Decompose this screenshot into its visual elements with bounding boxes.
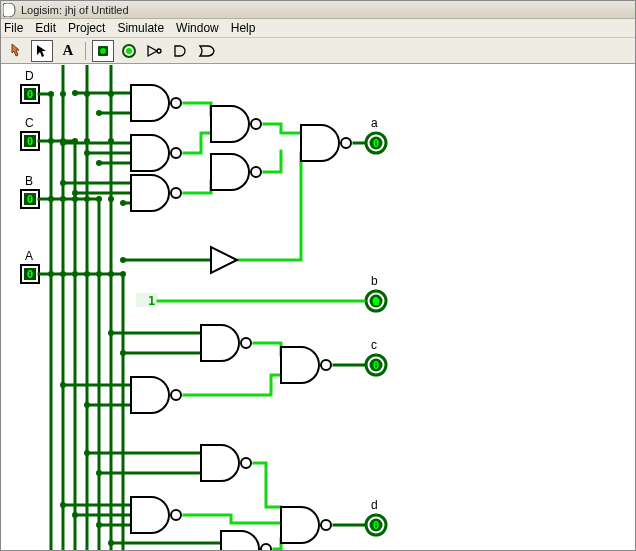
svg-text:0: 0	[27, 88, 34, 101]
svg-point-80	[241, 338, 251, 348]
svg-point-90	[241, 458, 251, 468]
svg-point-84	[96, 470, 102, 476]
nand-gate	[201, 445, 251, 481]
svg-point-61	[96, 110, 102, 116]
svg-text:0: 0	[373, 519, 380, 532]
menu-project[interactable]: Project	[68, 21, 105, 35]
svg-point-59	[108, 196, 114, 202]
svg-text:B: B	[25, 174, 33, 188]
svg-point-76	[108, 330, 114, 336]
nand-gate	[201, 325, 251, 361]
not-gate-tool[interactable]	[144, 40, 166, 62]
menu-edit[interactable]: Edit	[35, 21, 56, 35]
nand-gate	[281, 507, 331, 543]
menu-file[interactable]: File	[4, 21, 23, 35]
svg-text:0: 0	[373, 359, 380, 372]
poke-tool[interactable]	[5, 40, 27, 62]
svg-point-56	[96, 271, 102, 277]
svg-text:1: 1	[373, 295, 380, 308]
svg-text:D: D	[25, 69, 34, 83]
svg-point-4	[157, 49, 161, 53]
svg-text:0: 0	[27, 268, 34, 281]
svg-text:0: 0	[373, 137, 380, 150]
output-pin-tool[interactable]	[118, 40, 140, 62]
svg-text:0: 0	[27, 193, 34, 206]
or-gate-tool[interactable]	[196, 40, 218, 62]
buffer-gate	[211, 247, 237, 273]
svg-point-86	[72, 512, 78, 518]
svg-point-55	[84, 271, 90, 277]
svg-point-73	[251, 167, 261, 177]
menu-help[interactable]: Help	[231, 21, 256, 35]
app-icon	[3, 3, 17, 17]
output-pin-d[interactable]: d 0	[366, 498, 386, 535]
svg-point-45	[48, 138, 54, 144]
svg-point-71	[171, 188, 181, 198]
svg-point-62	[60, 140, 66, 146]
svg-point-67	[120, 200, 126, 206]
input-pin-tool[interactable]	[92, 40, 114, 62]
input-pin-D[interactable]: D 0	[21, 69, 39, 103]
nand-gate	[131, 175, 181, 211]
svg-point-74	[341, 138, 351, 148]
output-pin-a[interactable]: a 0	[366, 116, 386, 153]
svg-point-42	[96, 196, 102, 202]
title-bar[interactable]: Logisim: jhj of Untitled	[1, 1, 635, 19]
svg-point-46	[48, 196, 54, 202]
nand-gate	[131, 135, 181, 171]
svg-point-69	[171, 98, 181, 108]
svg-point-38	[48, 91, 54, 97]
text-icon: A	[63, 42, 74, 59]
svg-point-78	[60, 382, 66, 388]
and-gate-tool[interactable]	[170, 40, 192, 62]
nand-gate	[221, 531, 271, 550]
svg-text:d: d	[371, 498, 378, 512]
input-pin-B[interactable]: B 0	[21, 174, 39, 208]
svg-point-92	[261, 544, 271, 550]
svg-point-91	[171, 510, 181, 520]
svg-point-77	[120, 350, 126, 356]
svg-point-51	[72, 196, 78, 202]
window-title: Logisim: jhj of Untitled	[21, 4, 129, 16]
svg-point-79	[84, 402, 90, 408]
menu-simulate[interactable]: Simulate	[117, 21, 164, 35]
svg-point-88	[108, 540, 114, 546]
menu-window[interactable]: Window	[176, 21, 219, 35]
svg-text:a: a	[371, 116, 378, 130]
svg-point-52	[72, 271, 78, 277]
svg-point-68	[120, 257, 126, 263]
svg-text:b: b	[371, 274, 378, 288]
svg-point-50	[60, 271, 66, 277]
svg-point-70	[171, 148, 181, 158]
menu-bar: File Edit Project Simulate Window Help	[1, 19, 635, 38]
svg-point-41	[84, 196, 90, 202]
nand-gate	[131, 497, 181, 533]
svg-point-48	[60, 91, 66, 97]
svg-point-60	[72, 90, 78, 96]
nand-gate	[211, 106, 261, 142]
input-pin-A[interactable]: A 0	[21, 249, 39, 283]
constant-one: 1	[148, 294, 155, 308]
circuit-diagram: D 0 C 0 B 0 A 0	[1, 65, 635, 550]
svg-point-1	[100, 48, 106, 54]
svg-point-85	[60, 502, 66, 508]
output-pin-b[interactable]: b 1	[366, 274, 386, 311]
svg-point-44	[120, 271, 126, 277]
svg-point-72	[251, 119, 261, 129]
svg-point-49	[60, 196, 66, 202]
svg-text:C: C	[25, 116, 34, 130]
svg-point-66	[72, 190, 78, 196]
text-tool[interactable]: A	[57, 40, 79, 62]
output-pin-c[interactable]: c 0	[366, 338, 386, 375]
canvas[interactable]: D 0 C 0 B 0 A 0	[1, 64, 635, 550]
input-pin-C[interactable]: C 0	[21, 116, 39, 150]
svg-text:0: 0	[27, 135, 34, 148]
svg-point-3	[126, 48, 132, 54]
app-window: Logisim: jhj of Untitled File Edit Proje…	[0, 0, 636, 551]
nand-gate	[281, 347, 331, 383]
svg-text:c: c	[371, 338, 377, 352]
svg-point-82	[321, 360, 331, 370]
toolbar: A	[1, 38, 635, 64]
select-tool[interactable]	[31, 40, 53, 62]
svg-point-64	[96, 160, 102, 166]
